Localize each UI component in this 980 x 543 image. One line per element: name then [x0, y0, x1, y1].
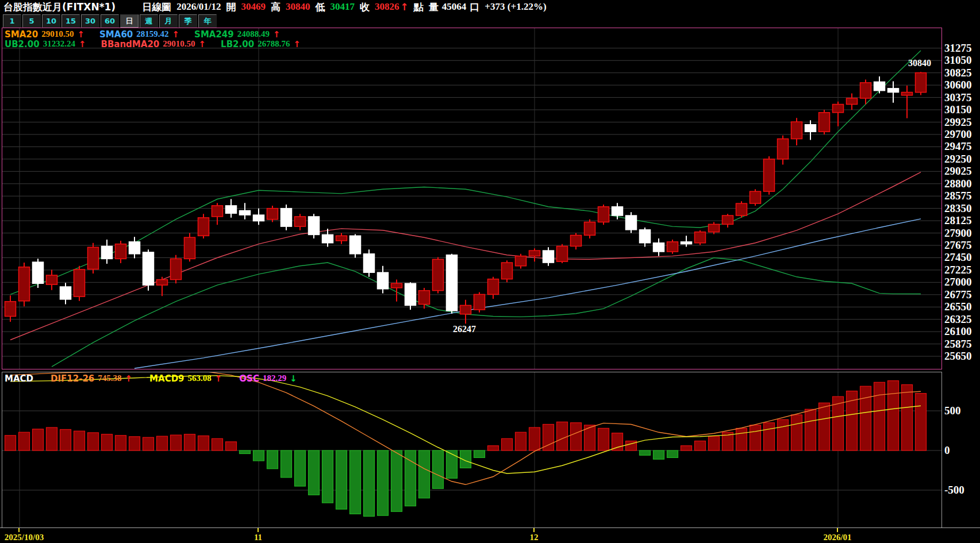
indicator-label: MACD9: [149, 373, 184, 384]
price-axis-label: 29025: [944, 165, 972, 176]
price-chart-panel: SMA2029010.50↑SMA6028159.42↑SMA24924088.…: [2, 28, 942, 369]
volume-label: 量: [429, 1, 439, 14]
price-axis-label: 31050: [944, 55, 972, 66]
x-axis-line: [0, 527, 980, 528]
price-axis-label: 29925: [944, 116, 972, 127]
indicator-value: 29010.50: [41, 29, 74, 40]
price-axis-label: 27000: [944, 276, 972, 287]
price-axis-label: 26775: [944, 288, 972, 299]
macd-axis-label: 500: [944, 405, 961, 416]
indicator-label: OSC: [239, 373, 259, 384]
sma-indicator-row: SMA2029010.50↑SMA6028159.42↑SMA24924088.…: [5, 29, 280, 40]
up-arrow-icon: ↑: [172, 29, 180, 40]
timeframe-button-5[interactable]: 5: [22, 14, 41, 28]
up-arrow-icon: ↑: [273, 29, 280, 40]
price-annotation: 26247: [453, 324, 476, 334]
open-value: 30469: [241, 1, 266, 13]
x-axis-tick: [258, 528, 259, 532]
timeframe-toolbar: 1510153060日週月季年: [3, 14, 217, 27]
close-value: 30826: [375, 1, 399, 13]
timeframe-button-季[interactable]: 季: [179, 14, 197, 28]
price-axis-label: 27450: [944, 252, 972, 263]
indicator-item: UB2.0031232.24↑: [5, 39, 86, 49]
price-axis-label: 30150: [944, 104, 972, 115]
bband-indicator-row: UB2.0031232.24↑BBandMA2029010.50↑LB2.002…: [5, 39, 301, 49]
price-axis-label: 30600: [944, 79, 972, 90]
indicator-item: BBandMA2029010.50↑: [101, 39, 206, 49]
macd-indicator-row: MACDDIF12-26745.38↑MACD9563.08↑OSC182.29…: [5, 373, 297, 384]
up-arrow-icon: ↑: [199, 39, 206, 49]
timeframe-button-月[interactable]: 月: [159, 14, 178, 28]
macd-panel: MACDDIF12-26745.38↑MACD9563.08↑OSC182.29…: [2, 372, 942, 528]
indicator-label: SMA60: [99, 29, 133, 40]
point-label: 點: [414, 1, 424, 14]
x-axis-tick: [533, 528, 535, 532]
price-chart-canvas[interactable]: [2, 28, 941, 369]
indicator-label: LB2.00: [221, 39, 254, 49]
x-axis-label: 12: [530, 533, 539, 542]
timeframe-button-年[interactable]: 年: [198, 14, 217, 28]
macd-axis-label: -500: [944, 484, 964, 495]
x-axis-label: 2025/10/03: [5, 533, 44, 542]
up-arrow-icon: ↑: [125, 373, 133, 384]
timeframe-button-15[interactable]: 15: [62, 14, 80, 28]
indicator-value: 31232.24: [43, 39, 75, 49]
price-axis-label: 25875: [944, 338, 972, 349]
change-value: +373 (+1.22%): [485, 1, 546, 13]
indicator-item: LB2.0026788.76↑: [221, 39, 301, 49]
x-axis-label: 11: [254, 533, 262, 542]
up-arrow-icon: ↑: [215, 373, 222, 384]
x-axis-tick: [18, 528, 20, 532]
timeframe-button-10[interactable]: 10: [42, 14, 60, 28]
price-axis-label: 30375: [944, 91, 972, 102]
indicator-label: SMA249: [194, 29, 234, 40]
date-label: 2026/01/12: [176, 1, 221, 13]
price-axis-label: 29700: [944, 128, 972, 139]
low-label: 低: [316, 1, 325, 14]
price-axis-label: 27900: [944, 227, 972, 238]
price-axis-label: 28350: [944, 202, 972, 213]
indicator-item: DIF12-26745.38↑: [51, 373, 132, 384]
header-bar: 台股指數近月(FITXN*1) 日線圖 2026/01/12 開 30469 高…: [0, 0, 980, 14]
indicator-value: 745.38: [98, 373, 121, 384]
macd-canvas[interactable]: [2, 372, 941, 527]
timeframe-button-30[interactable]: 30: [81, 14, 99, 28]
price-axis-label: 29475: [944, 141, 972, 152]
price-axis-label: 27225: [944, 264, 972, 275]
price-axis-label: 28575: [944, 190, 972, 201]
indicator-value: 182.29: [263, 373, 286, 384]
indicator-item: MACD9563.08↑: [149, 373, 222, 384]
indicator-label: UB2.00: [5, 39, 40, 49]
price-axis-label: 26325: [944, 313, 972, 324]
open-label: 開: [226, 1, 236, 14]
trading-app: 台股指數近月(FITXN*1) 日線圖 2026/01/12 開 30469 高…: [0, 0, 980, 543]
price-axis-label: 26550: [944, 301, 972, 312]
indicator-label: BBandMA20: [101, 39, 159, 49]
macd-axis-label: 0: [944, 445, 950, 456]
instrument-title: 台股指數近月(FITXN*1): [3, 1, 116, 14]
indicator-value: 24088.49: [237, 29, 270, 40]
indicator-label: SMA20: [5, 29, 38, 40]
timeframe-button-週[interactable]: 週: [140, 14, 158, 28]
timeframe-button-60[interactable]: 60: [101, 14, 119, 28]
price-axis-label: 28125: [944, 215, 972, 226]
indicator-value: 29010.50: [163, 39, 195, 49]
macd-title: MACD: [5, 373, 33, 384]
volume-unit: 口: [470, 1, 479, 14]
price-axis-label: 27675: [944, 240, 972, 251]
price-axis-label: 29250: [944, 153, 972, 164]
indicator-label: DIF12-26: [51, 373, 94, 384]
close-up-arrow-icon: ↑: [401, 1, 409, 13]
timeframe-button-1[interactable]: 1: [3, 14, 21, 28]
indicator-item: SMA24924088.49↑: [194, 29, 280, 40]
timeframe-button-日[interactable]: 日: [120, 14, 139, 28]
indicator-value: 26788.76: [258, 39, 290, 49]
indicator-item: SMA6028159.42↑: [99, 29, 179, 40]
price-axis-label: 26100: [944, 326, 972, 337]
price-axis-label: 28800: [944, 178, 972, 188]
down-arrow-icon: ↓: [290, 373, 297, 384]
price-axis-label: 31275: [944, 42, 972, 53]
up-arrow-icon: ↑: [77, 29, 84, 40]
price-annotation: 30840: [908, 58, 931, 68]
close-label: 收: [360, 1, 370, 14]
